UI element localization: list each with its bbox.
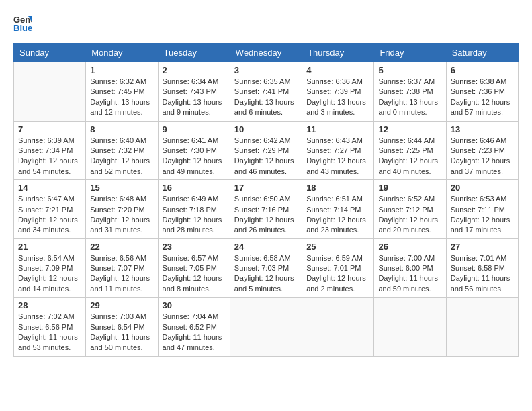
day-number: 10 [234, 124, 298, 134]
calendar-cell: 20Sunrise: 6:53 AMSunset: 7:11 PMDayligh… [446, 180, 518, 239]
calendar-cell: 9Sunrise: 6:41 AMSunset: 7:30 PMDaylight… [158, 121, 230, 180]
calendar-cell: 12Sunrise: 6:44 AMSunset: 7:25 PMDayligh… [374, 121, 446, 180]
day-info: Sunrise: 6:36 AMSunset: 7:39 PMDaylight:… [306, 77, 369, 118]
calendar-cell: 11Sunrise: 6:43 AMSunset: 7:27 PMDayligh… [302, 121, 374, 180]
calendar-cell: 7Sunrise: 6:39 AMSunset: 7:34 PMDaylight… [14, 121, 86, 180]
calendar-cell: 27Sunrise: 7:01 AMSunset: 6:58 PMDayligh… [446, 238, 518, 298]
day-number: 29 [90, 300, 153, 310]
calendar-header-row: SundayMondayTuesdayWednesdayThursdayFrid… [14, 44, 519, 62]
day-info: Sunrise: 6:43 AMSunset: 7:27 PMDaylight:… [306, 136, 369, 177]
calendar-cell: 5Sunrise: 6:37 AMSunset: 7:38 PMDaylight… [374, 62, 446, 122]
calendar-cell: 3Sunrise: 6:35 AMSunset: 7:41 PMDaylight… [230, 62, 302, 122]
page-header: General Blue [13, 13, 519, 32]
day-number: 24 [234, 242, 298, 252]
logo: General Blue [13, 13, 35, 32]
calendar-cell: 29Sunrise: 7:03 AMSunset: 6:54 PMDayligh… [86, 298, 158, 357]
day-number: 22 [90, 242, 153, 252]
weekday-header-tuesday: Tuesday [158, 44, 230, 62]
day-info: Sunrise: 7:01 AMSunset: 6:58 PMDaylight:… [451, 253, 514, 295]
calendar-body: 1Sunrise: 6:32 AMSunset: 7:45 PMDaylight… [14, 62, 519, 357]
day-number: 21 [18, 242, 81, 252]
calendar-cell: 2Sunrise: 6:34 AMSunset: 7:43 PMDaylight… [158, 62, 230, 122]
day-info: Sunrise: 6:58 AMSunset: 7:03 PMDaylight:… [234, 253, 298, 295]
day-number: 6 [451, 65, 514, 75]
logo-icon: General Blue [13, 13, 32, 32]
calendar-week-5: 28Sunrise: 7:02 AMSunset: 6:56 PMDayligh… [14, 298, 519, 357]
day-info: Sunrise: 6:53 AMSunset: 7:11 PMDaylight:… [451, 194, 514, 236]
calendar-cell: 30Sunrise: 7:04 AMSunset: 6:52 PMDayligh… [158, 298, 230, 357]
day-number: 18 [306, 183, 369, 193]
svg-text:Blue: Blue [13, 23, 32, 32]
day-info: Sunrise: 6:40 AMSunset: 7:32 PMDaylight:… [90, 136, 153, 177]
calendar-cell [374, 298, 446, 357]
day-number: 2 [163, 65, 226, 75]
day-number: 9 [163, 124, 226, 134]
calendar-cell [446, 298, 518, 357]
day-info: Sunrise: 6:41 AMSunset: 7:30 PMDaylight:… [163, 136, 226, 177]
calendar-cell: 10Sunrise: 6:42 AMSunset: 7:29 PMDayligh… [230, 121, 302, 180]
calendar-cell: 13Sunrise: 6:46 AMSunset: 7:23 PMDayligh… [446, 121, 518, 180]
day-info: Sunrise: 6:50 AMSunset: 7:16 PMDaylight:… [234, 194, 298, 236]
day-number: 25 [306, 242, 369, 252]
day-number: 14 [18, 183, 81, 193]
day-info: Sunrise: 6:48 AMSunset: 7:20 PMDaylight:… [90, 194, 153, 236]
day-info: Sunrise: 6:37 AMSunset: 7:38 PMDaylight:… [378, 77, 441, 118]
day-info: Sunrise: 6:32 AMSunset: 7:45 PMDaylight:… [90, 77, 153, 118]
day-number: 11 [306, 124, 369, 134]
calendar-cell: 8Sunrise: 6:40 AMSunset: 7:32 PMDaylight… [86, 121, 158, 180]
calendar-week-4: 21Sunrise: 6:54 AMSunset: 7:09 PMDayligh… [14, 238, 519, 298]
day-number: 27 [451, 242, 514, 252]
day-number: 15 [90, 183, 153, 193]
day-info: Sunrise: 6:46 AMSunset: 7:23 PMDaylight:… [451, 136, 514, 177]
day-number: 26 [378, 242, 441, 252]
day-info: Sunrise: 6:47 AMSunset: 7:21 PMDaylight:… [18, 194, 81, 236]
day-info: Sunrise: 6:54 AMSunset: 7:09 PMDaylight:… [18, 253, 81, 295]
day-info: Sunrise: 6:35 AMSunset: 7:41 PMDaylight:… [234, 77, 298, 118]
calendar-cell: 25Sunrise: 6:59 AMSunset: 7:01 PMDayligh… [302, 238, 374, 298]
calendar-week-2: 7Sunrise: 6:39 AMSunset: 7:34 PMDaylight… [14, 121, 519, 180]
weekday-header-sunday: Sunday [14, 44, 86, 62]
calendar-cell [230, 298, 302, 357]
calendar: SundayMondayTuesdayWednesdayThursdayFrid… [13, 43, 519, 357]
weekday-header-friday: Friday [374, 44, 446, 62]
weekday-header-wednesday: Wednesday [230, 44, 302, 62]
day-info: Sunrise: 7:02 AMSunset: 6:56 PMDaylight:… [18, 312, 81, 353]
day-number: 20 [451, 183, 514, 193]
day-info: Sunrise: 6:39 AMSunset: 7:34 PMDaylight:… [18, 136, 81, 177]
calendar-cell: 1Sunrise: 6:32 AMSunset: 7:45 PMDaylight… [86, 62, 158, 122]
calendar-cell: 14Sunrise: 6:47 AMSunset: 7:21 PMDayligh… [14, 180, 86, 239]
calendar-cell: 15Sunrise: 6:48 AMSunset: 7:20 PMDayligh… [86, 180, 158, 239]
day-info: Sunrise: 6:34 AMSunset: 7:43 PMDaylight:… [163, 77, 226, 118]
calendar-cell: 19Sunrise: 6:52 AMSunset: 7:12 PMDayligh… [374, 180, 446, 239]
day-info: Sunrise: 6:51 AMSunset: 7:14 PMDaylight:… [306, 194, 369, 236]
day-info: Sunrise: 6:49 AMSunset: 7:18 PMDaylight:… [163, 194, 226, 236]
day-info: Sunrise: 7:00 AMSunset: 6:00 PMDaylight:… [378, 253, 441, 295]
day-info: Sunrise: 6:59 AMSunset: 7:01 PMDaylight:… [306, 253, 369, 295]
day-info: Sunrise: 7:04 AMSunset: 6:52 PMDaylight:… [163, 312, 226, 353]
calendar-cell [14, 62, 86, 122]
day-number: 23 [163, 242, 226, 252]
day-info: Sunrise: 6:44 AMSunset: 7:25 PMDaylight:… [378, 136, 441, 177]
weekday-header-thursday: Thursday [302, 44, 374, 62]
day-info: Sunrise: 6:52 AMSunset: 7:12 PMDaylight:… [378, 194, 441, 236]
calendar-cell: 4Sunrise: 6:36 AMSunset: 7:39 PMDaylight… [302, 62, 374, 122]
calendar-cell: 23Sunrise: 6:57 AMSunset: 7:05 PMDayligh… [158, 238, 230, 298]
day-number: 19 [378, 183, 441, 193]
calendar-cell: 24Sunrise: 6:58 AMSunset: 7:03 PMDayligh… [230, 238, 302, 298]
calendar-cell: 21Sunrise: 6:54 AMSunset: 7:09 PMDayligh… [14, 238, 86, 298]
calendar-cell: 26Sunrise: 7:00 AMSunset: 6:00 PMDayligh… [374, 238, 446, 298]
day-info: Sunrise: 7:03 AMSunset: 6:54 PMDaylight:… [90, 312, 153, 353]
calendar-week-1: 1Sunrise: 6:32 AMSunset: 7:45 PMDaylight… [14, 62, 519, 122]
day-number: 12 [378, 124, 441, 134]
day-number: 4 [306, 65, 369, 75]
day-number: 28 [18, 300, 81, 310]
day-number: 17 [234, 183, 298, 193]
calendar-cell: 16Sunrise: 6:49 AMSunset: 7:18 PMDayligh… [158, 180, 230, 239]
calendar-cell: 28Sunrise: 7:02 AMSunset: 6:56 PMDayligh… [14, 298, 86, 357]
calendar-cell [302, 298, 374, 357]
weekday-header-saturday: Saturday [446, 44, 518, 62]
day-number: 13 [451, 124, 514, 134]
day-info: Sunrise: 6:56 AMSunset: 7:07 PMDaylight:… [90, 253, 153, 295]
calendar-cell: 18Sunrise: 6:51 AMSunset: 7:14 PMDayligh… [302, 180, 374, 239]
day-number: 7 [18, 124, 81, 134]
